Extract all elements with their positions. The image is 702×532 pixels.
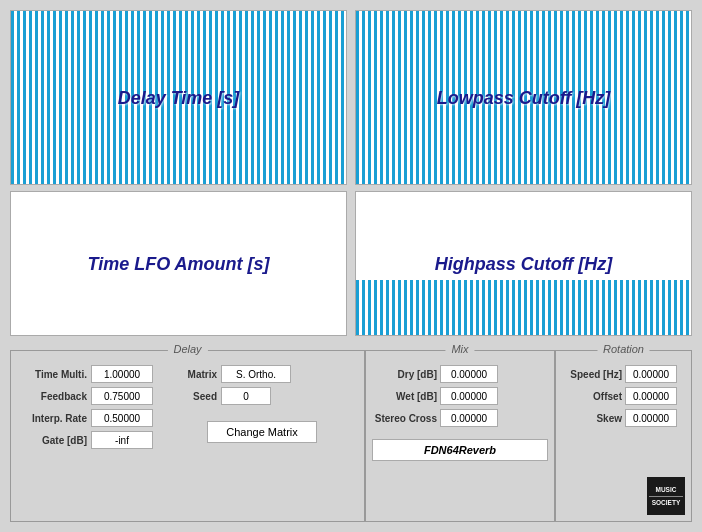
dry-db-input[interactable] xyxy=(440,365,498,383)
gate-db-label: Gate [dB] xyxy=(19,435,87,446)
logo-box: MUSIC SOCIETY xyxy=(647,477,685,515)
seed-label: Seed xyxy=(177,391,217,402)
skew-row: Skew xyxy=(562,409,685,427)
matrix-row: Matrix xyxy=(177,365,356,383)
logo-line2: SOCIETY xyxy=(652,498,681,507)
bottom-viz-row: Time LFO Amount [s] Highpass Cutoff [Hz] xyxy=(10,191,692,336)
delay-section: Delay Time Multi. Feedback Interp. Rate xyxy=(10,350,365,522)
gate-db-row: Gate [dB] xyxy=(19,431,169,449)
wet-db-row: Wet [dB] xyxy=(372,387,548,405)
highpass-cutoff-label: Highpass Cutoff [Hz] xyxy=(435,253,613,274)
interp-rate-row: Interp. Rate xyxy=(19,409,169,427)
fdn-button[interactable]: FDN64Reverb xyxy=(372,439,548,461)
time-multi-row: Time Multi. xyxy=(19,365,169,383)
logo-line1: MUSIC xyxy=(656,485,677,494)
lowpass-cutoff-label: Lowpass Cutoff [Hz] xyxy=(437,87,611,108)
top-viz-row: Delay Time [s] Lowpass Cutoff [Hz] xyxy=(10,10,692,185)
logo-divider xyxy=(649,496,683,497)
highpass-cutoff-panel: Highpass Cutoff [Hz] xyxy=(355,191,692,336)
mix-section-label: Mix xyxy=(445,343,474,355)
fdn-button-container: FDN64Reverb xyxy=(372,435,548,461)
wet-db-input[interactable] xyxy=(440,387,498,405)
feedback-label: Feedback xyxy=(19,391,87,402)
interp-rate-label: Interp. Rate xyxy=(19,413,87,424)
speed-row: Speed [Hz] xyxy=(562,365,685,383)
mix-section: Mix Dry [dB] Wet [dB] Stereo Cross FDN64… xyxy=(365,350,555,522)
rotation-section-label: Rotation xyxy=(597,343,650,355)
time-lfo-label: Time LFO Amount [s] xyxy=(88,253,270,274)
seed-input[interactable] xyxy=(221,387,271,405)
change-matrix-container: Change Matrix xyxy=(177,413,356,443)
highpass-stripes xyxy=(356,280,691,335)
stereo-cross-label: Stereo Cross xyxy=(372,413,437,424)
offset-input[interactable] xyxy=(625,387,677,405)
delay-params-right: Matrix Seed Change Matrix xyxy=(177,365,356,453)
feedback-input[interactable] xyxy=(91,387,153,405)
skew-label: Skew xyxy=(562,413,622,424)
seed-row: Seed xyxy=(177,387,356,405)
dry-db-row: Dry [dB] xyxy=(372,365,548,383)
offset-row: Offset xyxy=(562,387,685,405)
delay-time-label: Delay Time [s] xyxy=(118,87,240,108)
speed-label: Speed [Hz] xyxy=(562,369,622,380)
lowpass-cutoff-panel: Lowpass Cutoff [Hz] xyxy=(355,10,692,185)
matrix-label: Matrix xyxy=(177,369,217,380)
matrix-input[interactable] xyxy=(221,365,291,383)
delay-params-left: Time Multi. Feedback Interp. Rate Gate [… xyxy=(19,365,169,453)
wet-db-label: Wet [dB] xyxy=(372,391,437,402)
speed-input[interactable] xyxy=(625,365,677,383)
offset-label: Offset xyxy=(562,391,622,402)
time-multi-label: Time Multi. xyxy=(19,369,87,380)
interp-rate-input[interactable] xyxy=(91,409,153,427)
delay-section-label: Delay xyxy=(167,343,207,355)
rotation-section: Rotation Speed [Hz] Offset Skew MUSIC SO… xyxy=(555,350,692,522)
main-container: Delay Time [s] Lowpass Cutoff [Hz] Time … xyxy=(0,0,702,532)
stereo-cross-input[interactable] xyxy=(440,409,498,427)
time-multi-input[interactable] xyxy=(91,365,153,383)
controls-row: Delay Time Multi. Feedback Interp. Rate xyxy=(10,342,692,522)
skew-input[interactable] xyxy=(625,409,677,427)
change-matrix-button[interactable]: Change Matrix xyxy=(207,421,317,443)
delay-time-panel: Delay Time [s] xyxy=(10,10,347,185)
feedback-row: Feedback xyxy=(19,387,169,405)
dry-db-label: Dry [dB] xyxy=(372,369,437,380)
stereo-cross-row: Stereo Cross xyxy=(372,409,548,427)
gate-db-input[interactable] xyxy=(91,431,153,449)
time-lfo-panel: Time LFO Amount [s] xyxy=(10,191,347,336)
